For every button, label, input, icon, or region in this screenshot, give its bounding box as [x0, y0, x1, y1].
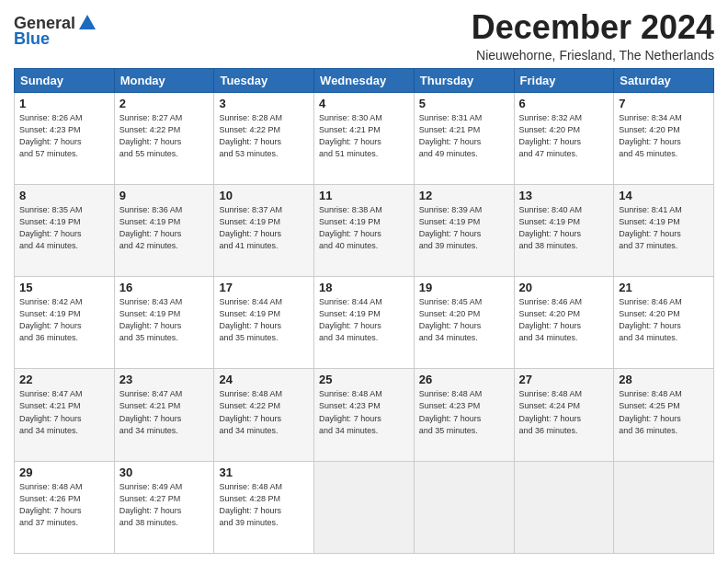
day-number: 2: [119, 97, 210, 110]
table-row: 26Sunrise: 8:48 AM Sunset: 4:23 PM Dayli…: [414, 369, 514, 461]
day-info: Sunrise: 8:48 AM Sunset: 4:25 PM Dayligh…: [619, 388, 709, 436]
day-number: 13: [519, 189, 609, 202]
day-number: 1: [19, 97, 109, 110]
table-row: 16Sunrise: 8:43 AM Sunset: 4:19 PM Dayli…: [114, 277, 214, 369]
day-info: Sunrise: 8:27 AM Sunset: 4:22 PM Dayligh…: [119, 112, 210, 160]
table-row: [614, 461, 714, 553]
day-number: 24: [219, 373, 309, 386]
table-row: 7Sunrise: 8:34 AM Sunset: 4:20 PM Daylig…: [614, 92, 714, 184]
table-row: 23Sunrise: 8:47 AM Sunset: 4:21 PM Dayli…: [114, 369, 214, 461]
calendar-week-row: 8Sunrise: 8:35 AM Sunset: 4:19 PM Daylig…: [15, 184, 714, 276]
day-info: Sunrise: 8:48 AM Sunset: 4:28 PM Dayligh…: [219, 481, 309, 529]
table-row: 9Sunrise: 8:36 AM Sunset: 4:19 PM Daylig…: [114, 184, 214, 276]
day-number: 27: [519, 373, 609, 386]
svg-marker-0: [79, 15, 96, 29]
day-number: 28: [619, 373, 709, 386]
table-row: 11Sunrise: 8:38 AM Sunset: 4:19 PM Dayli…: [314, 184, 415, 276]
day-info: Sunrise: 8:42 AM Sunset: 4:19 PM Dayligh…: [19, 296, 109, 344]
table-row: 25Sunrise: 8:48 AM Sunset: 4:23 PM Dayli…: [314, 369, 415, 461]
table-row: 4Sunrise: 8:30 AM Sunset: 4:21 PM Daylig…: [314, 92, 415, 184]
table-row: 14Sunrise: 8:41 AM Sunset: 4:19 PM Dayli…: [614, 184, 714, 276]
day-info: Sunrise: 8:48 AM Sunset: 4:26 PM Dayligh…: [19, 481, 109, 529]
header-monday: Monday: [114, 68, 214, 92]
day-info: Sunrise: 8:47 AM Sunset: 4:21 PM Dayligh…: [19, 388, 109, 436]
day-number: 31: [219, 465, 309, 479]
day-number: 19: [419, 281, 509, 294]
day-number: 20: [519, 281, 609, 294]
day-number: 9: [119, 189, 210, 202]
header-saturday: Saturday: [614, 68, 714, 92]
table-row: 3Sunrise: 8:28 AM Sunset: 4:22 PM Daylig…: [214, 92, 314, 184]
day-info: Sunrise: 8:48 AM Sunset: 4:23 PM Dayligh…: [319, 388, 409, 436]
table-row: 20Sunrise: 8:46 AM Sunset: 4:20 PM Dayli…: [514, 277, 614, 369]
day-info: Sunrise: 8:47 AM Sunset: 4:21 PM Dayligh…: [119, 388, 210, 436]
logo: General Blue: [14, 13, 97, 49]
day-info: Sunrise: 8:26 AM Sunset: 4:23 PM Dayligh…: [19, 112, 109, 160]
table-row: 24Sunrise: 8:48 AM Sunset: 4:22 PM Dayli…: [214, 369, 314, 461]
header-thursday: Thursday: [414, 68, 514, 92]
day-number: 21: [619, 281, 709, 294]
day-info: Sunrise: 8:46 AM Sunset: 4:20 PM Dayligh…: [619, 296, 709, 344]
table-row: 22Sunrise: 8:47 AM Sunset: 4:21 PM Dayli…: [15, 369, 115, 461]
day-info: Sunrise: 8:44 AM Sunset: 4:19 PM Dayligh…: [319, 296, 409, 344]
day-info: Sunrise: 8:43 AM Sunset: 4:19 PM Dayligh…: [119, 296, 210, 344]
day-info: Sunrise: 8:39 AM Sunset: 4:19 PM Dayligh…: [419, 204, 509, 252]
day-number: 11: [319, 189, 409, 202]
table-row: 6Sunrise: 8:32 AM Sunset: 4:20 PM Daylig…: [514, 92, 614, 184]
day-number: 15: [19, 281, 109, 294]
calendar-week-row: 15Sunrise: 8:42 AM Sunset: 4:19 PM Dayli…: [15, 277, 714, 369]
month-title: December 2024: [472, 9, 714, 46]
table-row: 21Sunrise: 8:46 AM Sunset: 4:20 PM Dayli…: [614, 277, 714, 369]
logo-icon: [77, 13, 97, 33]
day-number: 25: [319, 373, 409, 386]
calendar-week-row: 29Sunrise: 8:48 AM Sunset: 4:26 PM Dayli…: [15, 461, 714, 553]
day-number: 14: [619, 189, 709, 202]
day-info: Sunrise: 8:46 AM Sunset: 4:20 PM Dayligh…: [519, 296, 609, 344]
table-row: 18Sunrise: 8:44 AM Sunset: 4:19 PM Dayli…: [314, 277, 415, 369]
day-number: 8: [19, 189, 109, 202]
header: General Blue December 2024 Nieuwehorne, …: [14, 9, 714, 63]
day-info: Sunrise: 8:38 AM Sunset: 4:19 PM Dayligh…: [319, 204, 409, 252]
day-info: Sunrise: 8:41 AM Sunset: 4:19 PM Dayligh…: [619, 204, 709, 252]
day-number: 22: [19, 373, 109, 386]
day-info: Sunrise: 8:31 AM Sunset: 4:21 PM Dayligh…: [419, 112, 509, 160]
day-info: Sunrise: 8:32 AM Sunset: 4:20 PM Dayligh…: [519, 112, 609, 160]
header-friday: Friday: [514, 68, 614, 92]
calendar-week-row: 22Sunrise: 8:47 AM Sunset: 4:21 PM Dayli…: [15, 369, 714, 461]
table-row: 10Sunrise: 8:37 AM Sunset: 4:19 PM Dayli…: [214, 184, 314, 276]
day-number: 5: [419, 97, 509, 110]
day-info: Sunrise: 8:48 AM Sunset: 4:24 PM Dayligh…: [519, 388, 609, 436]
header-sunday: Sunday: [15, 68, 115, 92]
location-subtitle: Nieuwehorne, Friesland, The Netherlands: [472, 48, 714, 63]
day-info: Sunrise: 8:30 AM Sunset: 4:21 PM Dayligh…: [319, 112, 409, 160]
table-row: 31Sunrise: 8:48 AM Sunset: 4:28 PM Dayli…: [214, 461, 314, 553]
day-number: 3: [219, 97, 309, 110]
day-info: Sunrise: 8:45 AM Sunset: 4:20 PM Dayligh…: [419, 296, 509, 344]
day-info: Sunrise: 8:48 AM Sunset: 4:22 PM Dayligh…: [219, 388, 309, 436]
day-info: Sunrise: 8:49 AM Sunset: 4:27 PM Dayligh…: [119, 481, 210, 529]
day-info: Sunrise: 8:48 AM Sunset: 4:23 PM Dayligh…: [419, 388, 509, 436]
table-row: 1Sunrise: 8:26 AM Sunset: 4:23 PM Daylig…: [15, 92, 115, 184]
day-number: 6: [519, 97, 609, 110]
table-row: 28Sunrise: 8:48 AM Sunset: 4:25 PM Dayli…: [614, 369, 714, 461]
day-info: Sunrise: 8:37 AM Sunset: 4:19 PM Dayligh…: [219, 204, 309, 252]
day-info: Sunrise: 8:44 AM Sunset: 4:19 PM Dayligh…: [219, 296, 309, 344]
day-number: 10: [219, 189, 309, 202]
page: General Blue December 2024 Nieuwehorne, …: [0, 0, 728, 563]
header-tuesday: Tuesday: [214, 68, 314, 92]
day-info: Sunrise: 8:34 AM Sunset: 4:20 PM Dayligh…: [619, 112, 709, 160]
table-row: 15Sunrise: 8:42 AM Sunset: 4:19 PM Dayli…: [15, 277, 115, 369]
day-number: 30: [119, 465, 210, 479]
day-number: 12: [419, 189, 509, 202]
day-number: 18: [319, 281, 409, 294]
calendar-table: Sunday Monday Tuesday Wednesday Thursday…: [14, 68, 714, 554]
table-row: 27Sunrise: 8:48 AM Sunset: 4:24 PM Dayli…: [514, 369, 614, 461]
day-number: 23: [119, 373, 210, 386]
table-row: 2Sunrise: 8:27 AM Sunset: 4:22 PM Daylig…: [114, 92, 214, 184]
table-row: 12Sunrise: 8:39 AM Sunset: 4:19 PM Dayli…: [414, 184, 514, 276]
table-row: [414, 461, 514, 553]
table-row: 5Sunrise: 8:31 AM Sunset: 4:21 PM Daylig…: [414, 92, 514, 184]
table-row: 29Sunrise: 8:48 AM Sunset: 4:26 PM Dayli…: [15, 461, 115, 553]
title-section: December 2024 Nieuwehorne, Friesland, Th…: [472, 9, 714, 63]
calendar-week-row: 1Sunrise: 8:26 AM Sunset: 4:23 PM Daylig…: [15, 92, 714, 184]
